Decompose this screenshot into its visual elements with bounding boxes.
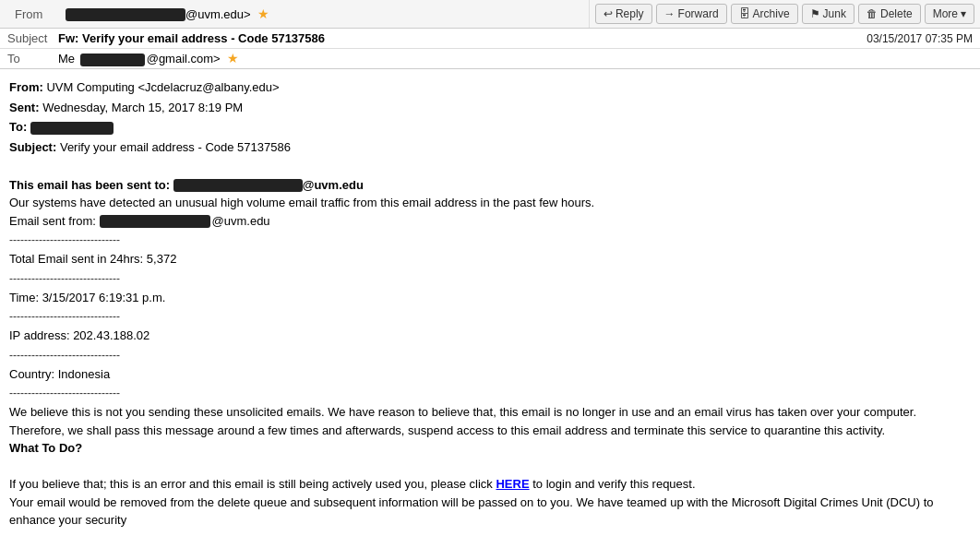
what-to-do-label: What To Do? bbox=[9, 441, 82, 455]
delete-icon: 🗑 bbox=[866, 7, 878, 20]
from-section: From @uvm.edu> ★ bbox=[0, 0, 590, 28]
subject-value: Fw: Verify your email address - Code 571… bbox=[58, 31, 859, 45]
sent-meta-value: Wednesday, March 15, 2017 8:19 PM bbox=[42, 101, 243, 114]
para3-pre: If you believe that; this is an error an… bbox=[9, 477, 496, 491]
to-star-icon: ★ bbox=[227, 51, 239, 66]
subject-meta-label: Subject: bbox=[9, 140, 56, 154]
para1-line: We believe this is not you sending these… bbox=[9, 403, 971, 422]
sent-meta-label: Sent: bbox=[9, 101, 40, 114]
para3-post: to login and verify this request. bbox=[530, 477, 696, 491]
delete-button[interactable]: 🗑 Delete bbox=[858, 4, 921, 24]
to-redacted bbox=[80, 54, 145, 66]
to-meta-label: To: bbox=[9, 120, 27, 134]
total-email-line: Total Email sent in 24hrs: 5,372 bbox=[9, 250, 971, 268]
to-meta-redacted bbox=[30, 122, 114, 135]
from-meta-line: From: UVM Computing <Jcdelacruz@albany.e… bbox=[9, 78, 971, 97]
subject-label: Subject bbox=[7, 31, 58, 45]
archive-button[interactable]: 🗄 Archive bbox=[731, 4, 798, 24]
subject-row: Subject Fw: Verify your email address - … bbox=[0, 29, 980, 49]
subject-meta-value: Verify your email address - Code 5713758… bbox=[60, 140, 291, 154]
from-meta-value: UVM Computing <Jcdelacruz@albany.edu> bbox=[46, 80, 279, 94]
reply-label: Reply bbox=[615, 7, 644, 20]
here-link[interactable]: HERE bbox=[496, 477, 529, 491]
email-date: 03/15/2017 07:35 PM bbox=[866, 32, 973, 45]
para3-line: If you believe that; this is an error an… bbox=[9, 475, 971, 494]
divider3: ------------------------------ bbox=[9, 308, 971, 325]
to-domain: @gmail.com> bbox=[147, 52, 221, 66]
forward-label: Forward bbox=[678, 7, 719, 20]
from-meta-label: From: bbox=[9, 80, 43, 94]
delete-label: Delete bbox=[880, 7, 913, 20]
email-sent-domain: @uvm.edu bbox=[212, 214, 270, 228]
what-to-do-line: What To Do? bbox=[9, 439, 971, 458]
intro-redacted bbox=[173, 179, 303, 192]
email-sent-from-line: Email sent from: @uvm.edu bbox=[9, 212, 971, 231]
from-domain: @uvm.edu> bbox=[185, 7, 251, 21]
email-container: From @uvm.edu> ★ ↩ Reply → Forward 🗄 Arc… bbox=[0, 0, 980, 536]
from-value: @uvm.edu> ★ bbox=[66, 6, 574, 22]
more-button[interactable]: More ▾ bbox=[925, 4, 974, 24]
more-label: More bbox=[933, 7, 958, 20]
intro-line: This email has been sent to: @uvm.edu bbox=[9, 176, 971, 195]
star-icon: ★ bbox=[257, 6, 269, 21]
divider1: ------------------------------ bbox=[9, 232, 971, 248]
divider2: ------------------------------ bbox=[9, 270, 971, 287]
forward-button[interactable]: → Forward bbox=[656, 4, 727, 24]
from-row: From @uvm.edu> ★ bbox=[7, 4, 581, 24]
toolbar-area: From @uvm.edu> ★ ↩ Reply → Forward 🗄 Arc… bbox=[0, 0, 980, 29]
divider5: ------------------------------ bbox=[9, 385, 971, 401]
junk-button[interactable]: ⚑ Junk bbox=[802, 4, 855, 24]
intro-bold: This email has been sent to: bbox=[9, 178, 170, 192]
junk-icon: ⚑ bbox=[810, 7, 820, 20]
intro-domain: @uvm.edu bbox=[303, 178, 364, 192]
to-meta-line: To: bbox=[9, 118, 971, 137]
ip-line: IP address: 202.43.188.02 bbox=[9, 327, 971, 345]
email-body: From: UVM Computing <Jcdelacruz@albany.e… bbox=[0, 69, 980, 536]
subject-meta-line: Subject: Verify your email address - Cod… bbox=[9, 138, 971, 157]
to-row: To Me @gmail.com> ★ bbox=[0, 49, 980, 69]
country-line: Country: Indonesia bbox=[9, 365, 971, 384]
desc1-line: Our systems have detected an unusual hig… bbox=[9, 194, 971, 212]
divider4: ------------------------------ bbox=[9, 347, 971, 363]
email-sent-redacted bbox=[100, 215, 210, 228]
sent-meta-line: Sent: Wednesday, March 15, 2017 8:19 PM bbox=[9, 99, 971, 117]
from-redacted bbox=[66, 8, 185, 21]
para2-line: Therefore, we shall pass this message ar… bbox=[9, 422, 971, 440]
archive-icon: 🗄 bbox=[739, 7, 750, 20]
forward-icon: → bbox=[664, 7, 675, 20]
reply-icon: ↩ bbox=[604, 7, 613, 20]
email-sent-from-label: Email sent from: bbox=[9, 214, 96, 228]
to-me: Me bbox=[58, 52, 75, 66]
toolbar-buttons: ↩ Reply → Forward 🗄 Archive ⚑ Junk 🗑 Del… bbox=[590, 0, 980, 28]
to-value: Me @gmail.com> ★ bbox=[58, 51, 973, 66]
junk-label: Junk bbox=[823, 7, 846, 20]
para4-line: Your email would be removed from the del… bbox=[9, 494, 971, 530]
time-line: Time: 3/15/2017 6:19:31 p.m. bbox=[9, 289, 971, 307]
reply-button[interactable]: ↩ Reply bbox=[595, 4, 652, 24]
archive-label: Archive bbox=[753, 7, 790, 20]
to-label: To bbox=[7, 52, 58, 66]
chevron-down-icon: ▾ bbox=[961, 7, 966, 20]
from-label: From bbox=[15, 7, 66, 21]
